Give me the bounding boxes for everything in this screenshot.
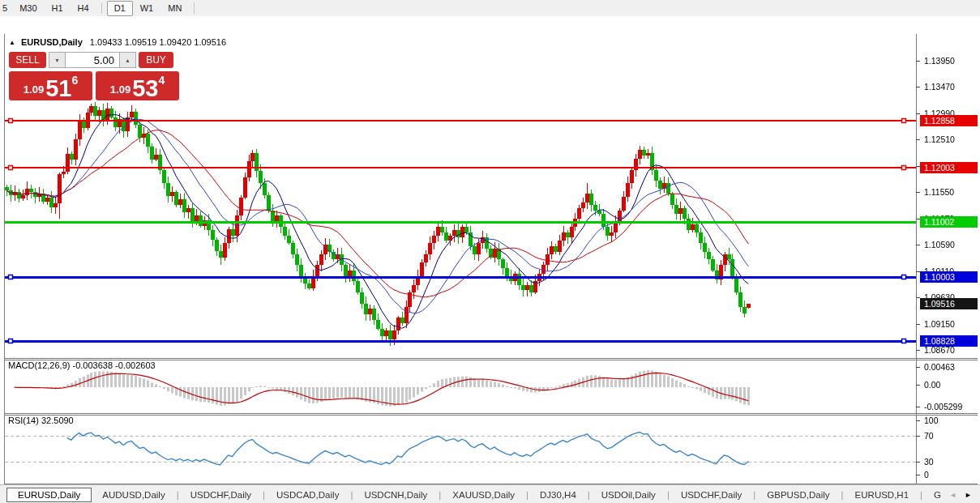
chart-tab-USDCAD-Daily[interactable]: USDCAD,Daily xyxy=(266,488,349,502)
rsi-indicator-label: RSI(14) 32.5090 xyxy=(8,416,74,425)
toolbar-separator xyxy=(194,2,195,14)
timeframe-button-M30[interactable]: M30 xyxy=(12,1,44,16)
chart-tab-USDCHF-Daily[interactable]: USDCHF,Daily xyxy=(180,488,262,502)
chart-tab-USDCNH-Daily[interactable]: USDCNH,Daily xyxy=(353,488,438,502)
ask-price-prefix: 1.09 xyxy=(110,83,131,96)
one-click-trading-panel: SELL ▼ ▲ BUY 1.09 51 6 1.09 53 xyxy=(9,52,179,100)
bid-price-pip: 6 xyxy=(71,74,78,87)
chart-symbol-title: EURUSD,Daily xyxy=(21,37,83,47)
tab-separator: | xyxy=(920,490,922,500)
scroll-tabs-left-icon[interactable]: ◄ xyxy=(949,491,956,499)
scroll-tabs-right-icon[interactable]: ► xyxy=(965,491,972,499)
chart-tabs: EURUSD,DailyAUDUSD,Daily|USDCHF,Daily|US… xyxy=(0,488,941,502)
bid-price-main: 51 xyxy=(45,78,71,99)
chart-tab-AUDUSD-Daily[interactable]: AUDUSD,Daily xyxy=(92,488,175,502)
macd-indicator-label: MACD(12,26,9) -0.003638 -0.002603 xyxy=(8,360,156,370)
macd-name: MACD(12,26,9) xyxy=(8,360,70,370)
timeframe-button-5[interactable]: 5 xyxy=(0,1,12,16)
volume-input[interactable] xyxy=(66,52,119,68)
tab-separator: | xyxy=(177,490,179,500)
chevron-up-icon: ▲ xyxy=(125,58,131,63)
tab-separator: | xyxy=(667,490,670,500)
chart-ohlc-values: 1.09433 1.09519 1.09420 1.09516 xyxy=(90,37,226,47)
bid-price-prefix: 1.09 xyxy=(24,83,44,96)
buy-button[interactable]: BUY xyxy=(139,52,173,68)
sell-price-button[interactable]: 1.09 51 6 xyxy=(9,71,92,100)
chevron-down-icon: ▼ xyxy=(54,58,60,63)
tab-separator: | xyxy=(753,490,755,500)
tab-separator: | xyxy=(439,490,441,500)
ask-price-main: 53 xyxy=(132,78,158,99)
volume-decrease-button[interactable]: ▼ xyxy=(49,52,66,68)
timeframe-button-D1[interactable]: D1 xyxy=(107,1,133,16)
macd-values: -0.003638 -0.002603 xyxy=(72,360,155,370)
chart-window-header: ▲ EURUSD,Daily 1.09433 1.09519 1.09420 1… xyxy=(9,37,226,47)
tab-separator: | xyxy=(588,490,590,500)
chart-tab-DJ30-H4[interactable]: DJ30,H4 xyxy=(529,488,587,502)
chart-tab-GBPAUD-H1[interactable]: GBPAUD,H1 xyxy=(923,488,941,502)
toolbar-separator xyxy=(101,2,102,14)
sell-button[interactable]: SELL xyxy=(9,52,46,68)
chart-tab-USDCHF-Daily[interactable]: USDCHF,Daily xyxy=(670,488,752,502)
rsi-value: 32.5090 xyxy=(41,416,74,425)
chart-tab-bar: EURUSD,DailyAUDUSD,Daily|USDCHF,Daily|US… xyxy=(0,484,980,503)
ask-price-pip: 4 xyxy=(158,74,165,87)
collapse-panel-icon[interactable]: ▲ xyxy=(9,39,15,46)
timeframe-button-H1[interactable]: H1 xyxy=(45,1,71,16)
chart-tab-XAUUSD-Daily[interactable]: XAUUSD,Daily xyxy=(442,488,525,502)
volume-increase-button[interactable]: ▲ xyxy=(119,52,136,68)
tab-scroll-arrows: ◄ ► xyxy=(941,491,980,499)
chart-tab-USDOil-Daily[interactable]: USDOil,Daily xyxy=(591,488,666,502)
rsi-name: RSI(14) xyxy=(8,416,39,425)
trading-terminal: 5M30H1H4D1W1MN ▲ EURUSD,Daily 1.09433 1.… xyxy=(0,0,980,503)
chart-tab-EURUSD-Daily[interactable]: EURUSD,Daily xyxy=(6,488,92,502)
price-chart-canvas[interactable] xyxy=(5,34,978,488)
tab-separator: | xyxy=(526,490,529,500)
chart-tab-GBPUSD-Daily[interactable]: GBPUSD,Daily xyxy=(756,488,840,502)
chart-tab-EURUSD-H1[interactable]: EURUSD,H1 xyxy=(845,488,919,502)
timeframe-button-H4[interactable]: H4 xyxy=(71,1,96,16)
timeframe-toolbar: 5M30H1H4D1W1MN xyxy=(0,0,980,17)
tab-separator: | xyxy=(350,490,353,500)
timeframe-button-W1[interactable]: W1 xyxy=(133,1,161,16)
tab-separator: | xyxy=(841,490,844,500)
buy-price-button[interactable]: 1.09 53 4 xyxy=(96,71,179,100)
timeframe-button-MN[interactable]: MN xyxy=(160,1,189,16)
tab-separator: | xyxy=(263,490,265,500)
chart-area: ▲ EURUSD,Daily 1.09433 1.09519 1.09420 1… xyxy=(0,16,980,484)
